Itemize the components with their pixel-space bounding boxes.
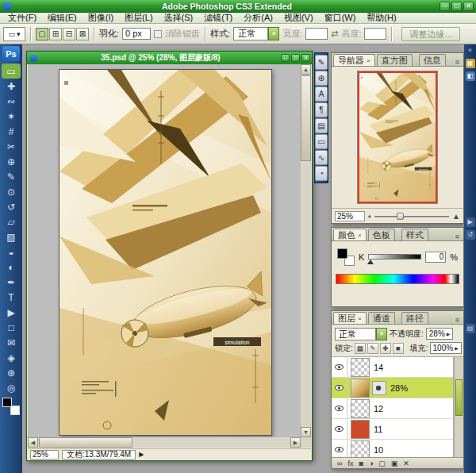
fill-flyout-icon[interactable]: ▶ xyxy=(455,345,459,351)
tool-presets-icon[interactable]: ▭ xyxy=(315,134,328,149)
vertical-scrollbar[interactable]: ▲ ▼ xyxy=(301,64,311,437)
tool-zoom[interactable]: ◎ xyxy=(2,380,21,395)
chevron-down-icon[interactable]: ▼ xyxy=(376,328,387,340)
scroll-up-button[interactable]: ▲ xyxy=(301,64,311,75)
refine-edge-button[interactable]: 调整边缘... xyxy=(401,27,459,41)
new-layer-icon[interactable]: ▣ xyxy=(391,460,398,467)
layer-row-selected[interactable]: 28% xyxy=(332,378,453,398)
character-panel-icon[interactable]: A xyxy=(315,87,328,102)
menu-layer[interactable]: 图层(L) xyxy=(119,13,158,23)
collapse-dock-icon[interactable]: « xyxy=(468,46,472,54)
brushes-dock-icon[interactable]: ▤ xyxy=(466,324,475,333)
layer-row-11[interactable]: 11 xyxy=(332,419,453,440)
tool-blur[interactable]: ◒ xyxy=(2,244,21,260)
minimize-button[interactable]: ─ xyxy=(440,2,450,11)
menu-analysis[interactable]: 分析(A) xyxy=(238,13,278,23)
foreground-color-swatch[interactable] xyxy=(2,398,12,407)
lock-position-button[interactable]: ✚ xyxy=(380,343,391,354)
delete-layer-icon[interactable]: ✕ xyxy=(403,460,409,467)
panel-menu-icon[interactable]: ≡ xyxy=(453,58,462,66)
menu-window[interactable]: 窗口(W) xyxy=(319,13,362,23)
add-selection-button[interactable]: ⊞ xyxy=(49,28,62,40)
intersect-selection-button[interactable]: ⊠ xyxy=(76,28,89,40)
layer-name[interactable]: 14 xyxy=(374,363,383,372)
layer-name[interactable]: 11 xyxy=(374,425,382,434)
layer-row-10[interactable]: 10 xyxy=(332,440,453,457)
menu-edit[interactable]: 编辑(E) xyxy=(42,13,83,23)
style-dropdown[interactable]: 正常 ▼ xyxy=(233,27,279,40)
visibility-toggle[interactable] xyxy=(332,398,347,418)
tab-histogram[interactable]: 直方图 xyxy=(377,54,413,66)
fill-input[interactable]: 100% ▶ xyxy=(430,342,462,354)
navigator-preview[interactable] xyxy=(332,67,463,208)
histogram-panel-icon[interactable]: ∿ xyxy=(315,150,328,165)
tool-pen[interactable]: ✒ xyxy=(2,275,21,290)
layer-style-icon[interactable]: fx xyxy=(347,460,353,467)
layer-name[interactable]: 28% xyxy=(390,383,408,393)
scroll-right-button[interactable]: ▶ xyxy=(290,437,301,448)
tool-lasso[interactable]: ∾ xyxy=(2,94,21,109)
tool-magic-wand[interactable]: ✶ xyxy=(2,109,21,124)
zoom-out-icon[interactable]: ▴ xyxy=(368,213,371,219)
layer-thumbnail[interactable] xyxy=(351,358,370,377)
doc-minimize-button[interactable]: ─ xyxy=(281,54,290,62)
subtract-selection-button[interactable]: ⊟ xyxy=(63,28,75,40)
info-panel-icon[interactable]: ◔ xyxy=(315,166,328,181)
tool-hand[interactable]: ⊛ xyxy=(2,365,21,380)
tool-rectangular-marquee[interactable]: ▭ xyxy=(2,63,21,79)
k-channel-slider[interactable] xyxy=(368,252,421,263)
horizontal-scrollbar[interactable]: ◀ ▶ xyxy=(28,437,301,448)
panel-menu-icon[interactable]: ≡ xyxy=(453,316,462,324)
tool-notes[interactable]: ✉ xyxy=(2,335,21,350)
tab-channels[interactable]: 通道 xyxy=(368,312,395,324)
visibility-toggle[interactable] xyxy=(332,419,347,439)
panel-menu-icon[interactable]: ≡ xyxy=(453,233,462,240)
tab-color[interactable]: 颜色 × xyxy=(333,229,367,240)
tool-preset-picker[interactable]: ▭ ▾ xyxy=(3,27,25,41)
tool-history-brush[interactable]: ↺ xyxy=(2,199,21,214)
add-layer-mask-icon[interactable]: ◙ xyxy=(359,460,363,467)
height-input[interactable] xyxy=(364,28,386,40)
artwork-image[interactable] xyxy=(59,69,272,436)
scroll-left-button[interactable]: ◀ xyxy=(28,437,38,448)
vertical-scroll-thumb[interactable] xyxy=(301,75,311,161)
visibility-toggle[interactable] xyxy=(332,440,347,457)
lock-transparency-button[interactable]: ▦ xyxy=(355,343,366,354)
tool-slice[interactable]: ✂ xyxy=(2,139,21,154)
layer-row-12[interactable]: 12 xyxy=(332,398,453,419)
color-swatches[interactable] xyxy=(2,398,20,415)
tab-paths[interactable]: 路径 xyxy=(401,312,428,324)
menu-image[interactable]: 图像(I) xyxy=(83,13,119,23)
tab-styles[interactable]: 样式 xyxy=(401,229,428,240)
tool-dodge[interactable]: ◐ xyxy=(2,260,21,275)
close-icon[interactable]: × xyxy=(367,56,370,66)
tool-brush[interactable]: ✎ xyxy=(2,169,21,184)
navigator-zoom-slider[interactable] xyxy=(374,212,450,221)
layer-thumbnail[interactable] xyxy=(351,399,370,418)
visibility-toggle[interactable] xyxy=(332,357,347,377)
tab-layers[interactable]: 图层 × xyxy=(333,312,367,324)
lock-all-button[interactable]: ■ xyxy=(393,343,404,354)
k-value-input[interactable]: 0 xyxy=(425,252,446,263)
layer-comps-icon[interactable]: ▤ xyxy=(315,118,328,133)
menu-filter[interactable]: 滤镜(T) xyxy=(198,13,238,23)
horizontal-scroll-thumb[interactable] xyxy=(39,437,132,448)
link-layers-icon[interactable]: ∞ xyxy=(337,460,342,467)
clone-source-icon[interactable]: ⊕ xyxy=(315,71,328,86)
document-titlebar[interactable]: 35.psd @ 25% (28%, 图层蒙版/8) ─ □ ✕ xyxy=(27,52,312,64)
tool-shape[interactable]: □ xyxy=(2,320,21,335)
menu-file[interactable]: 文件(F) xyxy=(2,13,42,23)
close-icon[interactable]: × xyxy=(358,230,362,240)
color-spectrum-ramp[interactable] xyxy=(336,274,459,284)
tool-eyedropper[interactable]: ◈ xyxy=(2,350,21,365)
brush-presets-icon[interactable]: ✎ xyxy=(315,55,328,70)
history-dock-icon[interactable]: ↺ xyxy=(466,230,475,240)
layer-mask-thumbnail[interactable] xyxy=(372,381,386,395)
navigator-zoom-input[interactable]: 25% xyxy=(335,211,365,221)
doc-maximize-button[interactable]: □ xyxy=(291,54,300,62)
opacity-flyout-icon[interactable]: ▶ xyxy=(447,331,451,336)
menu-select[interactable]: 选择(S) xyxy=(159,13,199,23)
lock-pixels-button[interactable]: ✎ xyxy=(367,343,378,354)
navigator-proxy-view[interactable] xyxy=(358,71,437,203)
tool-move[interactable]: ✚ xyxy=(2,79,21,94)
